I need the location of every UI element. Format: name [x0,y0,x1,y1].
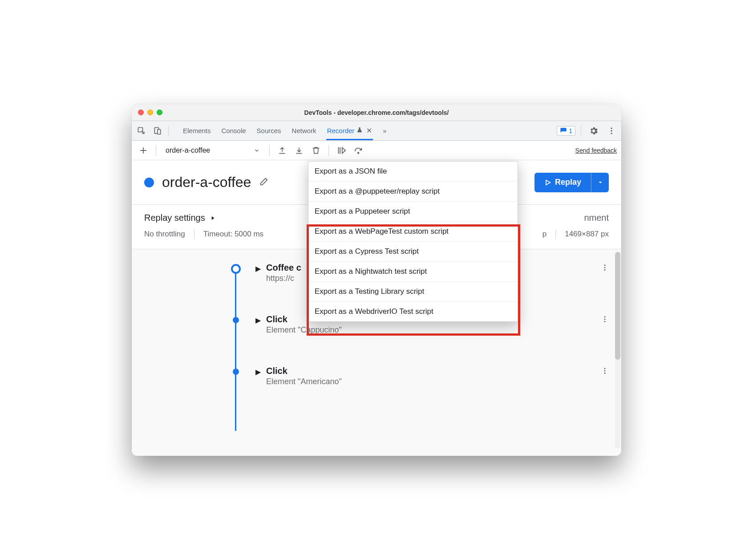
replay-button-label: Replay [555,178,581,187]
devtools-tabstrip: Elements Console Sources Network Recorde… [132,121,621,141]
tab-console[interactable]: Console [221,121,247,140]
divider [555,229,556,239]
replay-options-button[interactable] [591,173,609,192]
edit-title-icon[interactable] [259,177,269,188]
export-item-webdriverio[interactable]: Export as a WebdriverIO Test script [308,302,518,321]
window-title: DevTools - developer.chrome.com/tags/dev… [132,109,621,116]
import-button[interactable] [292,143,306,158]
svg-point-7 [604,264,606,266]
svg-point-13 [604,368,606,369]
issues-count: 1 [569,127,572,134]
svg-point-15 [604,373,606,374]
svg-point-9 [604,269,606,271]
settings-icon[interactable] [587,124,601,138]
kebab-menu-icon[interactable] [604,124,619,138]
recorder-toolbar: order-a-coffee Send feedback [132,141,621,160]
step-menu-button[interactable] [601,366,609,377]
expand-step-icon[interactable]: ▶ [255,316,261,325]
svg-point-8 [604,267,606,268]
step-title: Coffee c [266,263,301,273]
divider [156,145,156,156]
export-item-puppeteer-replay[interactable]: Export as a @puppeteer/replay script [308,182,518,202]
new-recording-button[interactable] [136,143,150,158]
svg-point-12 [604,321,606,322]
export-menu: Export as a JSON file Export as a @puppe… [308,161,518,322]
more-tabs-button[interactable]: » [382,121,387,140]
step-subtitle: https://c [266,274,301,283]
svg-point-10 [604,316,606,317]
delete-button[interactable] [309,143,323,158]
tab-network[interactable]: Network [291,121,317,140]
timeline-node [233,369,239,375]
step-title: Click [266,366,342,376]
step-menu-button[interactable] [601,263,609,274]
step-subtitle: Element "Cappucino" [266,325,342,335]
scroll-thumb[interactable] [615,252,620,360]
export-button[interactable] [275,143,289,158]
tab-recorder[interactable]: Recorder ✕ [326,121,373,140]
export-item-webpagetest[interactable]: Export as a WebPageTest custom script [308,222,518,242]
export-item-testing-library[interactable]: Export as a Testing Library script [308,282,518,302]
caret-down-icon [597,179,603,186]
issues-badge[interactable]: 1 [557,126,575,136]
experiment-icon [356,127,363,134]
replay-button[interactable]: Replay [534,173,591,192]
svg-point-3 [611,127,612,129]
step-row[interactable]: ▶ Click Element "Americano" [229,366,609,386]
export-item-json[interactable]: Export as a JSON file [308,162,518,182]
tab-recorder-label: Recorder [327,127,355,134]
svg-point-14 [604,370,606,372]
send-feedback-link[interactable]: Send feedback [575,147,617,154]
export-item-nightwatch[interactable]: Export as a Nightwatch test script [308,262,518,282]
divider [581,126,581,136]
expand-step-icon[interactable]: ▶ [255,264,261,273]
recording-selector[interactable]: order-a-coffee [162,143,264,158]
svg-rect-2 [158,129,161,134]
step-over-button[interactable] [351,143,365,158]
export-item-cypress[interactable]: Export as a Cypress Test script [308,242,518,262]
chevron-right-icon[interactable] [210,215,216,221]
svg-point-6 [358,152,359,154]
titlebar: DevTools - developer.chrome.com/tags/dev… [132,104,621,121]
recording-selector-value: order-a-coffee [166,146,210,154]
recording-status-dot [144,178,154,187]
divider [269,145,270,156]
tab-elements[interactable]: Elements [182,121,212,140]
environment-title-partial: nment [584,213,609,223]
timeline-node [233,317,239,323]
viewport-value[interactable]: 1469×887 px [565,230,609,239]
divider [194,229,194,239]
tab-sources[interactable]: Sources [256,121,282,140]
expand-step-icon[interactable]: ▶ [255,368,261,376]
step-subtitle: Element "Americano" [266,377,342,386]
inspect-element-icon[interactable] [134,124,149,138]
scrollbar[interactable] [615,252,620,448]
replay-settings-title: Replay settings [144,213,205,223]
device-partial: p [542,230,547,239]
divider [168,126,169,136]
timeline-rail [235,270,236,431]
devtools-window: DevTools - developer.chrome.com/tags/dev… [132,104,621,456]
device-toolbar-icon[interactable] [150,124,165,138]
svg-point-4 [611,130,612,131]
close-tab-button[interactable]: ✕ [366,126,372,135]
timeout-value[interactable]: Timeout: 5000 ms [203,230,263,239]
play-icon [544,179,551,186]
throttling-value[interactable]: No throttling [144,230,185,239]
performance-panel-replay-button[interactable] [334,143,348,158]
recording-title: order-a-coffee [162,174,251,191]
divider [328,145,329,156]
chevron-down-icon [254,147,260,154]
svg-point-11 [604,319,606,320]
export-item-puppeteer[interactable]: Export as a Puppeteer script [308,202,518,222]
svg-point-5 [611,133,612,134]
step-menu-button[interactable] [601,314,609,326]
